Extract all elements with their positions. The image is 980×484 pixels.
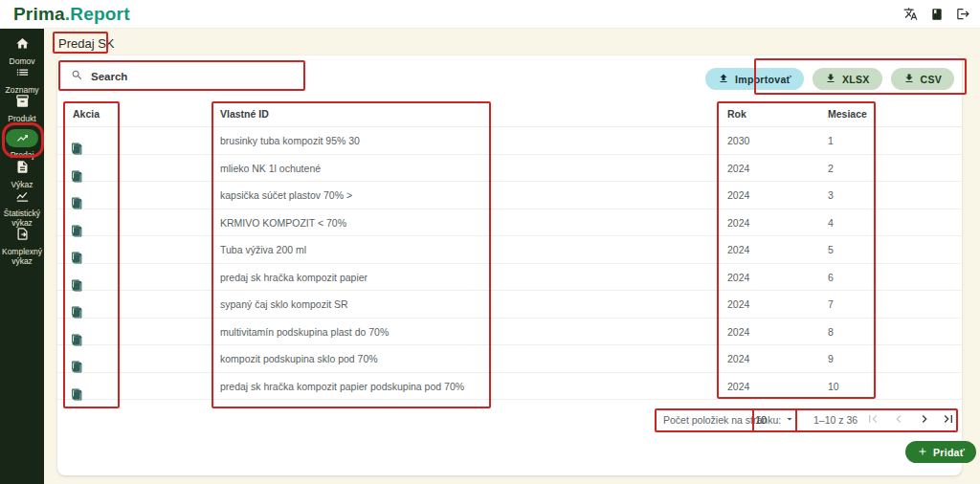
search-field[interactable] (69, 67, 302, 90)
cell-mesiac: 10 (828, 381, 839, 392)
cell-vlastne-id: brusinky tuba kompozit 95% 30 (220, 135, 360, 146)
cell-vlastne-id: Tuba výživa 200 ml (220, 244, 306, 255)
delete-icon[interactable] (71, 388, 83, 401)
search-input[interactable] (91, 71, 282, 82)
export-document-icon (15, 228, 30, 244)
cell-mesiac: 1 (828, 135, 834, 146)
app-screen: Prima.Report Domov Zoznamy Produkt (0, 0, 980, 484)
toolbar-buttons: Importovať XLSX CSV (705, 68, 954, 90)
sidebar: Domov Zoznamy Produkt Predaj Výkaz Štati… (0, 29, 44, 484)
cell-mesiac: 2 (828, 163, 834, 174)
cell-mesiac: 5 (828, 244, 834, 255)
page-title: Predaj SK (58, 36, 115, 51)
last-page-button[interactable] (941, 411, 956, 429)
cell-rok: 2024 (727, 163, 749, 174)
cell-rok: 2024 (727, 381, 749, 392)
cell-rok: 2024 (727, 353, 749, 364)
download-icon (825, 73, 836, 86)
list-icon (15, 66, 30, 82)
logo-primary: Prima (13, 4, 65, 24)
data-table: Akcia Vlastné ID Rok Mesiace brusinky tu… (57, 101, 962, 400)
header-akcia: Akcia (73, 108, 100, 120)
cell-vlastne-id: kompozit podskupina sklo pod 70% (220, 353, 378, 364)
sidebar-item-label: Predaj (0, 150, 44, 160)
search-icon (71, 68, 83, 85)
sidebar-item-domov[interactable]: Domov (0, 36, 44, 66)
table-row: brusinky tuba kompozit 95% 30 2030 1 (57, 127, 962, 155)
sidebar-item-zoznamy[interactable]: Zoznamy (0, 65, 44, 95)
cell-mesiac: 6 (828, 272, 834, 283)
cell-mesiac: 7 (828, 298, 834, 310)
table-header: Akcia Vlastné ID Rok Mesiace (57, 101, 962, 127)
csv-button-label: CSV (921, 74, 943, 85)
cell-rok: 2024 (727, 244, 749, 255)
cell-mesiac: 3 (828, 189, 834, 201)
table-row: Tuba výživa 200 ml 2024 5 (57, 236, 962, 264)
table-row: mlieko NK 1l ochutené 2024 2 (57, 155, 962, 183)
sidebar-item-predaj[interactable]: Predaj (0, 129, 44, 160)
delete-icon[interactable] (71, 252, 83, 264)
sidebar-item-vykaz[interactable]: Výkaz (0, 160, 44, 189)
first-page-button[interactable] (865, 411, 880, 429)
next-page-button[interactable] (917, 411, 932, 429)
delete-icon[interactable] (71, 334, 83, 346)
sidebar-item-komplexny-vykaz[interactable]: Komplexný výkaz (0, 227, 44, 266)
header-rok: Rok (727, 108, 746, 120)
xlsx-button[interactable]: XLSX (813, 68, 882, 90)
cell-mesiac: 4 (828, 217, 834, 229)
pagination-range: 1–10 z 36 (813, 414, 858, 426)
sidebar-item-label: Produkt (0, 114, 44, 123)
sales-chart-icon (6, 129, 38, 147)
previous-page-button[interactable] (891, 411, 906, 429)
download-icon (903, 73, 915, 86)
cell-vlastne-id: kapsička súčet plastov 70% > (220, 189, 352, 201)
line-chart-icon (15, 189, 30, 206)
cell-rok: 2024 (727, 298, 749, 310)
delete-icon[interactable] (71, 143, 83, 155)
sidebar-item-label: Komplexný výkaz (0, 247, 44, 266)
header-mesiace: Mesiace (828, 108, 867, 120)
sidebar-item-produkt[interactable]: Produkt (0, 94, 44, 123)
table-row: predaj sk hračka kompozit papier 2024 6 (57, 264, 962, 292)
table-row: sypaný čaj sklo kompozit SR 2024 7 (57, 291, 962, 319)
delete-icon[interactable] (71, 306, 83, 319)
cell-vlastne-id: sypaný čaj sklo kompozit SR (220, 298, 348, 310)
cell-rok: 2024 (727, 217, 749, 229)
app-logo: Prima.Report (13, 4, 130, 25)
topbar: Prima.Report (0, 0, 980, 29)
product-icon (15, 95, 30, 111)
logout-icon[interactable] (956, 7, 970, 21)
items-per-page-select[interactable]: 10 (755, 413, 795, 427)
delete-icon[interactable] (71, 361, 83, 373)
cell-rok: 2030 (727, 135, 749, 146)
header-vlastne-id: Vlastné ID (220, 108, 269, 120)
add-button[interactable]: Pridať (905, 441, 976, 463)
csv-button[interactable]: CSV (891, 68, 955, 90)
table-row: kompozit podskupina sklo pod 70% 2024 9 (57, 345, 962, 373)
sidebar-item-label: Štatistický výkaz (0, 209, 44, 228)
table-body: brusinky tuba kompozit 95% 30 2030 1 mli… (57, 127, 962, 400)
cell-mesiac: 8 (828, 326, 834, 338)
import-button[interactable]: Importovať (705, 68, 804, 90)
sidebar-item-statisticky-vykaz[interactable]: Štatistický výkaz (0, 188, 44, 228)
delete-icon[interactable] (71, 279, 83, 292)
manual-icon[interactable] (930, 8, 944, 21)
import-button-label: Importovať (735, 74, 791, 85)
cell-vlastne-id: predaj sk hračka kompozit papier (220, 272, 368, 283)
chevron-down-icon (784, 413, 795, 427)
logo-secondary: .Report (65, 4, 130, 24)
topbar-icons (903, 7, 970, 21)
cell-rok: 2024 (727, 189, 749, 201)
home-icon (15, 37, 30, 54)
delete-icon[interactable] (71, 170, 83, 183)
delete-icon[interactable] (71, 225, 83, 237)
translate-icon[interactable] (903, 7, 918, 21)
table-row: kapsička súčet plastov 70% > 2024 3 (57, 182, 962, 209)
cell-vlastne-id: KRMIVO KOMPOZIT < 70% (220, 217, 346, 229)
cell-vlastne-id: mlieko NK 1l ochutené (220, 163, 321, 174)
xlsx-button-label: XLSX (842, 74, 870, 85)
document-icon (15, 161, 30, 177)
items-per-page-value: 10 (755, 414, 767, 426)
add-button-label: Pridať (933, 447, 965, 458)
delete-icon[interactable] (71, 197, 83, 209)
